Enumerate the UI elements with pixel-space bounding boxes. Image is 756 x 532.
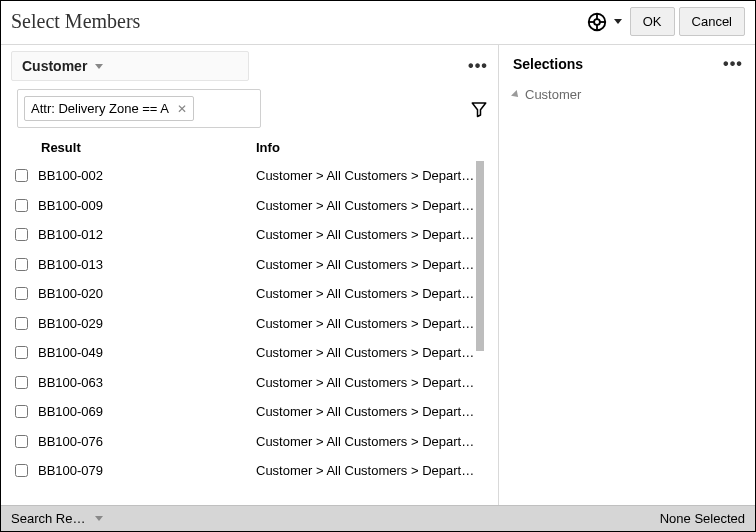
table-row: BB100-012Customer > All Customers > Depa… bbox=[13, 220, 484, 250]
row-checkbox[interactable] bbox=[15, 199, 28, 212]
row-label[interactable]: BB100-002 bbox=[38, 168, 256, 183]
column-info: Info bbox=[256, 140, 484, 155]
table-row: BB100-013Customer > All Customers > Depa… bbox=[13, 250, 484, 280]
dialog-header: Select Members OK Cancel bbox=[1, 1, 755, 45]
footer-tab-label: Search Res… bbox=[11, 511, 89, 526]
table-row: BB100-079Customer > All Customers > Depa… bbox=[13, 456, 484, 486]
filter-chip[interactable]: Attr: Delivery Zone == A ✕ bbox=[24, 96, 194, 121]
svg-marker-6 bbox=[472, 103, 486, 117]
row-checkbox[interactable] bbox=[15, 258, 28, 271]
row-checkbox[interactable] bbox=[15, 435, 28, 448]
results-header: Result Info bbox=[1, 138, 498, 161]
row-info: Customer > All Customers > Depart… bbox=[256, 227, 484, 242]
cancel-button[interactable]: Cancel bbox=[679, 7, 745, 36]
left-more-menu[interactable]: ••• bbox=[468, 57, 488, 75]
dimension-label: Customer bbox=[22, 58, 87, 74]
footer-status: None Selected bbox=[496, 511, 745, 526]
filter-chip-area: Attr: Delivery Zone == A ✕ bbox=[17, 89, 261, 128]
dialog-title: Select Members bbox=[11, 10, 140, 33]
scrollbar[interactable] bbox=[476, 161, 484, 351]
help-dropdown-icon[interactable] bbox=[614, 19, 622, 24]
row-info: Customer > All Customers > Depart… bbox=[256, 316, 484, 331]
table-row: BB100-063Customer > All Customers > Depa… bbox=[13, 368, 484, 398]
row-label[interactable]: BB100-079 bbox=[38, 463, 256, 478]
row-label[interactable]: BB100-076 bbox=[38, 434, 256, 449]
row-checkbox[interactable] bbox=[15, 405, 28, 418]
selections-title: Selections bbox=[513, 56, 583, 72]
row-label[interactable]: BB100-012 bbox=[38, 227, 256, 242]
right-more-menu[interactable]: ••• bbox=[723, 55, 743, 73]
table-row: BB100-002Customer > All Customers > Depa… bbox=[13, 161, 484, 191]
members-pane: Customer ••• Attr: Delivery Zone == A ✕ … bbox=[1, 45, 498, 505]
chevron-down-icon bbox=[95, 516, 103, 521]
help-icon[interactable] bbox=[586, 11, 608, 33]
row-checkbox[interactable] bbox=[15, 169, 28, 182]
column-result: Result bbox=[41, 140, 256, 155]
tree-item-label: Customer bbox=[525, 87, 581, 102]
row-checkbox[interactable] bbox=[15, 376, 28, 389]
row-label[interactable]: BB100-049 bbox=[38, 345, 256, 360]
selections-pane: Selections ••• Customer bbox=[499, 45, 755, 505]
dimension-selector[interactable]: Customer bbox=[11, 51, 249, 81]
row-info: Customer > All Customers > Depart… bbox=[256, 168, 484, 183]
row-checkbox[interactable] bbox=[15, 287, 28, 300]
row-info: Customer > All Customers > Depart… bbox=[256, 463, 484, 478]
row-label[interactable]: BB100-009 bbox=[38, 198, 256, 213]
chevron-down-icon bbox=[95, 64, 103, 69]
filter-icon[interactable] bbox=[470, 100, 488, 118]
footer-tab[interactable]: Search Res… bbox=[11, 511, 496, 526]
row-label[interactable]: BB100-013 bbox=[38, 257, 256, 272]
table-row: BB100-069Customer > All Customers > Depa… bbox=[13, 397, 484, 427]
results-list: BB100-002Customer > All Customers > Depa… bbox=[13, 161, 484, 486]
table-row: BB100-020Customer > All Customers > Depa… bbox=[13, 279, 484, 309]
row-label[interactable]: BB100-063 bbox=[38, 375, 256, 390]
row-info: Customer > All Customers > Depart… bbox=[256, 198, 484, 213]
row-checkbox[interactable] bbox=[15, 317, 28, 330]
row-label[interactable]: BB100-020 bbox=[38, 286, 256, 301]
table-row: BB100-049Customer > All Customers > Depa… bbox=[13, 338, 484, 368]
row-label[interactable]: BB100-069 bbox=[38, 404, 256, 419]
table-row: BB100-076Customer > All Customers > Depa… bbox=[13, 427, 484, 457]
row-info: Customer > All Customers > Depart… bbox=[256, 257, 484, 272]
row-info: Customer > All Customers > Depart… bbox=[256, 375, 484, 390]
row-info: Customer > All Customers > Depart… bbox=[256, 286, 484, 301]
footer: Search Res… None Selected bbox=[1, 505, 755, 531]
close-icon[interactable]: ✕ bbox=[177, 102, 187, 116]
row-info: Customer > All Customers > Depart… bbox=[256, 404, 484, 419]
tree-item-customer[interactable]: Customer bbox=[513, 83, 741, 106]
svg-point-1 bbox=[594, 19, 600, 25]
table-row: BB100-009Customer > All Customers > Depa… bbox=[13, 191, 484, 221]
row-info: Customer > All Customers > Depart… bbox=[256, 345, 484, 360]
collapse-icon bbox=[511, 90, 521, 100]
ok-button[interactable]: OK bbox=[630, 7, 675, 36]
filter-chip-label: Attr: Delivery Zone == A bbox=[31, 101, 169, 116]
row-checkbox[interactable] bbox=[15, 346, 28, 359]
row-label[interactable]: BB100-029 bbox=[38, 316, 256, 331]
table-row: BB100-029Customer > All Customers > Depa… bbox=[13, 309, 484, 339]
row-info: Customer > All Customers > Depart… bbox=[256, 434, 484, 449]
row-checkbox[interactable] bbox=[15, 228, 28, 241]
row-checkbox[interactable] bbox=[15, 464, 28, 477]
